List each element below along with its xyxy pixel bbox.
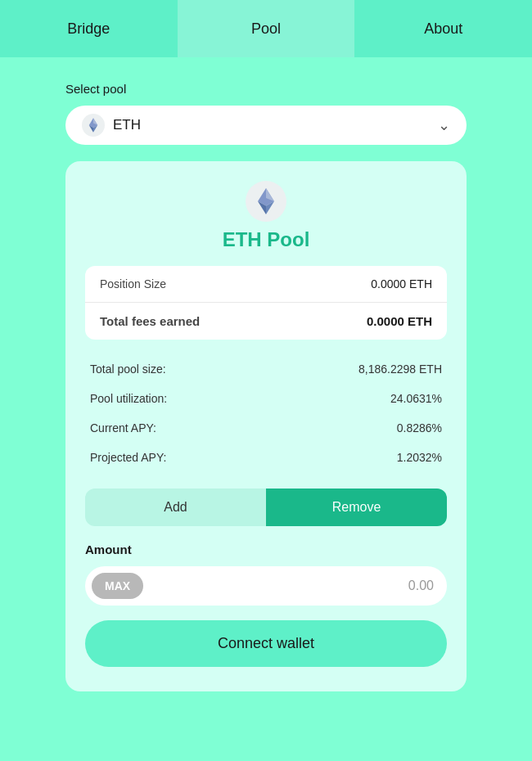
position-size-value: 0.0000 ETH	[371, 277, 432, 290]
chevron-down-icon: ⌄	[438, 116, 450, 134]
eth-icon-large	[246, 181, 286, 222]
nav-bridge[interactable]: Bridge	[0, 0, 178, 57]
projected-apy-label: Projected APY:	[90, 451, 166, 464]
pool-title: ETH Pool	[223, 228, 310, 251]
current-apy-row: Current APY: 0.8286%	[85, 413, 447, 443]
position-size-label: Position Size	[100, 277, 166, 290]
tab-remove[interactable]: Remove	[266, 489, 447, 526]
projected-apy-row: Projected APY: 1.2032%	[85, 443, 447, 472]
add-remove-tabs: Add Remove	[85, 489, 447, 526]
amount-input-container: MAX 0.00	[85, 566, 447, 606]
connect-wallet-button[interactable]: Connect wallet	[85, 620, 447, 667]
pool-header: ETH Pool	[85, 181, 447, 251]
pool-utilization-value: 24.0631%	[390, 392, 442, 405]
total-pool-size-row: Total pool size: 8,186.2298 ETH	[85, 354, 447, 384]
select-pool-label: Select pool	[65, 82, 467, 96]
eth-icon-dropdown	[82, 114, 105, 137]
amount-label: Amount	[85, 543, 447, 556]
nav-pool[interactable]: Pool	[178, 0, 355, 57]
total-pool-size-value: 8,186.2298 ETH	[358, 362, 442, 376]
pool-select-name: ETH	[113, 117, 141, 133]
main-nav: Bridge Pool About	[0, 0, 532, 57]
pool-dropdown[interactable]: ETH ⌄	[65, 106, 467, 145]
pool-utilization-label: Pool utilization:	[90, 392, 167, 405]
tab-add[interactable]: Add	[85, 489, 266, 526]
nav-about[interactable]: About	[354, 0, 532, 57]
pool-utilization-row: Pool utilization: 24.0631%	[85, 384, 447, 413]
pool-card: ETH Pool Position Size 0.0000 ETH Total …	[65, 161, 467, 691]
current-apy-value: 0.8286%	[397, 421, 442, 435]
total-pool-size-label: Total pool size:	[90, 362, 166, 376]
projected-apy-value: 1.2032%	[397, 451, 442, 464]
current-apy-label: Current APY:	[90, 421, 156, 435]
info-rows: Total pool size: 8,186.2298 ETH Pool uti…	[85, 354, 447, 472]
position-size-row: Position Size 0.0000 ETH	[85, 266, 447, 303]
amount-value: 0.00	[151, 579, 434, 593]
main-content: Select pool ETH ⌄ ETH	[0, 57, 532, 724]
total-fees-label: Total fees earned	[100, 314, 200, 328]
stats-box: Position Size 0.0000 ETH Total fees earn…	[85, 266, 447, 340]
max-button[interactable]: MAX	[92, 573, 143, 599]
total-fees-value: 0.0000 ETH	[367, 314, 432, 328]
total-fees-row: Total fees earned 0.0000 ETH	[85, 303, 447, 340]
